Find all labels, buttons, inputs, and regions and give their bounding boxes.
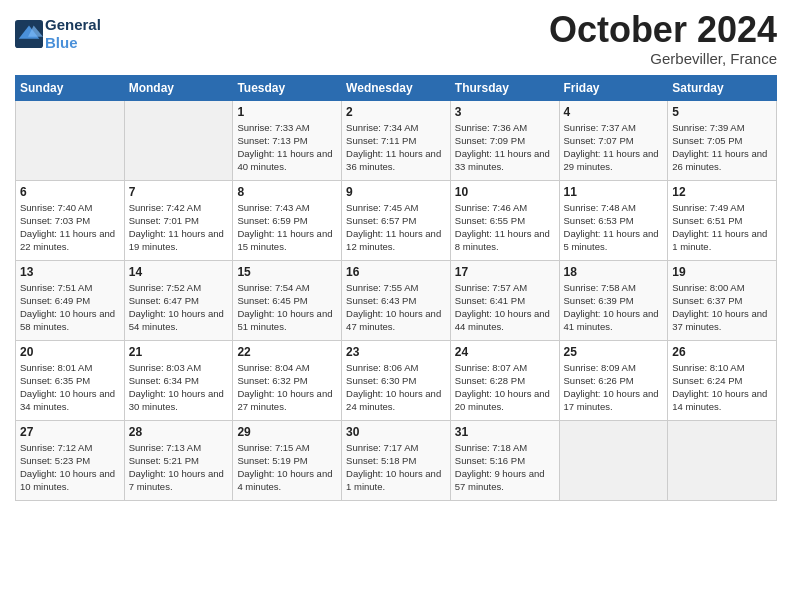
day-info: Sunrise: 8:03 AMSunset: 6:34 PMDaylight:… [129,361,229,414]
day-number: 19 [672,265,772,279]
header: General Blue October 2024 Gerbeviller, F… [15,10,777,67]
day-cell [559,420,668,500]
logo-icon [15,20,43,48]
day-cell: 22Sunrise: 8:04 AMSunset: 6:32 PMDayligh… [233,340,342,420]
day-number: 29 [237,425,337,439]
day-cell: 20Sunrise: 8:01 AMSunset: 6:35 PMDayligh… [16,340,125,420]
day-number: 7 [129,185,229,199]
weekday-header-tuesday: Tuesday [233,75,342,100]
day-info: Sunrise: 7:42 AMSunset: 7:01 PMDaylight:… [129,201,229,254]
week-row-5: 27Sunrise: 7:12 AMSunset: 5:23 PMDayligh… [16,420,777,500]
day-info: Sunrise: 7:54 AMSunset: 6:45 PMDaylight:… [237,281,337,334]
day-cell: 1Sunrise: 7:33 AMSunset: 7:13 PMDaylight… [233,100,342,180]
day-number: 24 [455,345,555,359]
location-subtitle: Gerbeviller, France [549,50,777,67]
day-info: Sunrise: 7:57 AMSunset: 6:41 PMDaylight:… [455,281,555,334]
day-cell: 8Sunrise: 7:43 AMSunset: 6:59 PMDaylight… [233,180,342,260]
day-number: 28 [129,425,229,439]
day-number: 30 [346,425,446,439]
day-cell: 17Sunrise: 7:57 AMSunset: 6:41 PMDayligh… [450,260,559,340]
weekday-header-saturday: Saturday [668,75,777,100]
day-number: 5 [672,105,772,119]
day-number: 17 [455,265,555,279]
day-info: Sunrise: 7:12 AMSunset: 5:23 PMDaylight:… [20,441,120,494]
week-row-2: 6Sunrise: 7:40 AMSunset: 7:03 PMDaylight… [16,180,777,260]
day-cell [16,100,125,180]
weekday-header-friday: Friday [559,75,668,100]
day-info: Sunrise: 7:55 AMSunset: 6:43 PMDaylight:… [346,281,446,334]
weekday-header-sunday: Sunday [16,75,125,100]
day-info: Sunrise: 8:09 AMSunset: 6:26 PMDaylight:… [564,361,664,414]
day-cell: 23Sunrise: 8:06 AMSunset: 6:30 PMDayligh… [342,340,451,420]
day-number: 2 [346,105,446,119]
title-block: October 2024 Gerbeviller, France [549,10,777,67]
day-info: Sunrise: 8:06 AMSunset: 6:30 PMDaylight:… [346,361,446,414]
day-info: Sunrise: 8:04 AMSunset: 6:32 PMDaylight:… [237,361,337,414]
month-title: October 2024 [549,10,777,50]
day-number: 1 [237,105,337,119]
day-number: 10 [455,185,555,199]
weekday-header-wednesday: Wednesday [342,75,451,100]
day-cell: 3Sunrise: 7:36 AMSunset: 7:09 PMDaylight… [450,100,559,180]
week-row-3: 13Sunrise: 7:51 AMSunset: 6:49 PMDayligh… [16,260,777,340]
day-cell: 30Sunrise: 7:17 AMSunset: 5:18 PMDayligh… [342,420,451,500]
day-number: 31 [455,425,555,439]
day-cell: 4Sunrise: 7:37 AMSunset: 7:07 PMDaylight… [559,100,668,180]
header-row: SundayMondayTuesdayWednesdayThursdayFrid… [16,75,777,100]
day-number: 8 [237,185,337,199]
day-cell: 11Sunrise: 7:48 AMSunset: 6:53 PMDayligh… [559,180,668,260]
day-info: Sunrise: 7:33 AMSunset: 7:13 PMDaylight:… [237,121,337,174]
day-cell: 16Sunrise: 7:55 AMSunset: 6:43 PMDayligh… [342,260,451,340]
day-number: 9 [346,185,446,199]
day-info: Sunrise: 7:40 AMSunset: 7:03 PMDaylight:… [20,201,120,254]
day-number: 25 [564,345,664,359]
day-cell: 5Sunrise: 7:39 AMSunset: 7:05 PMDaylight… [668,100,777,180]
day-info: Sunrise: 7:43 AMSunset: 6:59 PMDaylight:… [237,201,337,254]
day-info: Sunrise: 7:17 AMSunset: 5:18 PMDaylight:… [346,441,446,494]
day-cell: 15Sunrise: 7:54 AMSunset: 6:45 PMDayligh… [233,260,342,340]
day-cell: 14Sunrise: 7:52 AMSunset: 6:47 PMDayligh… [124,260,233,340]
day-number: 11 [564,185,664,199]
day-number: 20 [20,345,120,359]
day-number: 12 [672,185,772,199]
calendar-page: General Blue October 2024 Gerbeviller, F… [0,0,792,612]
day-number: 18 [564,265,664,279]
day-number: 14 [129,265,229,279]
day-cell: 21Sunrise: 8:03 AMSunset: 6:34 PMDayligh… [124,340,233,420]
day-info: Sunrise: 7:48 AMSunset: 6:53 PMDaylight:… [564,201,664,254]
day-info: Sunrise: 7:45 AMSunset: 6:57 PMDaylight:… [346,201,446,254]
day-cell: 25Sunrise: 8:09 AMSunset: 6:26 PMDayligh… [559,340,668,420]
day-info: Sunrise: 7:34 AMSunset: 7:11 PMDaylight:… [346,121,446,174]
day-number: 6 [20,185,120,199]
day-cell [668,420,777,500]
day-info: Sunrise: 7:51 AMSunset: 6:49 PMDaylight:… [20,281,120,334]
day-info: Sunrise: 8:10 AMSunset: 6:24 PMDaylight:… [672,361,772,414]
week-row-4: 20Sunrise: 8:01 AMSunset: 6:35 PMDayligh… [16,340,777,420]
day-info: Sunrise: 8:00 AMSunset: 6:37 PMDaylight:… [672,281,772,334]
day-cell: 6Sunrise: 7:40 AMSunset: 7:03 PMDaylight… [16,180,125,260]
day-info: Sunrise: 7:39 AMSunset: 7:05 PMDaylight:… [672,121,772,174]
day-number: 3 [455,105,555,119]
day-cell [124,100,233,180]
day-number: 15 [237,265,337,279]
day-cell: 13Sunrise: 7:51 AMSunset: 6:49 PMDayligh… [16,260,125,340]
day-info: Sunrise: 7:36 AMSunset: 7:09 PMDaylight:… [455,121,555,174]
day-cell: 18Sunrise: 7:58 AMSunset: 6:39 PMDayligh… [559,260,668,340]
day-info: Sunrise: 8:01 AMSunset: 6:35 PMDaylight:… [20,361,120,414]
day-cell: 24Sunrise: 8:07 AMSunset: 6:28 PMDayligh… [450,340,559,420]
day-number: 26 [672,345,772,359]
day-number: 27 [20,425,120,439]
day-number: 16 [346,265,446,279]
logo: General Blue [15,16,101,52]
logo-text: General Blue [45,16,101,52]
day-info: Sunrise: 7:15 AMSunset: 5:19 PMDaylight:… [237,441,337,494]
day-number: 21 [129,345,229,359]
day-number: 4 [564,105,664,119]
day-info: Sunrise: 8:07 AMSunset: 6:28 PMDaylight:… [455,361,555,414]
day-cell: 31Sunrise: 7:18 AMSunset: 5:16 PMDayligh… [450,420,559,500]
day-cell: 2Sunrise: 7:34 AMSunset: 7:11 PMDaylight… [342,100,451,180]
day-cell: 27Sunrise: 7:12 AMSunset: 5:23 PMDayligh… [16,420,125,500]
calendar-table: SundayMondayTuesdayWednesdayThursdayFrid… [15,75,777,501]
day-info: Sunrise: 7:58 AMSunset: 6:39 PMDaylight:… [564,281,664,334]
weekday-header-monday: Monday [124,75,233,100]
